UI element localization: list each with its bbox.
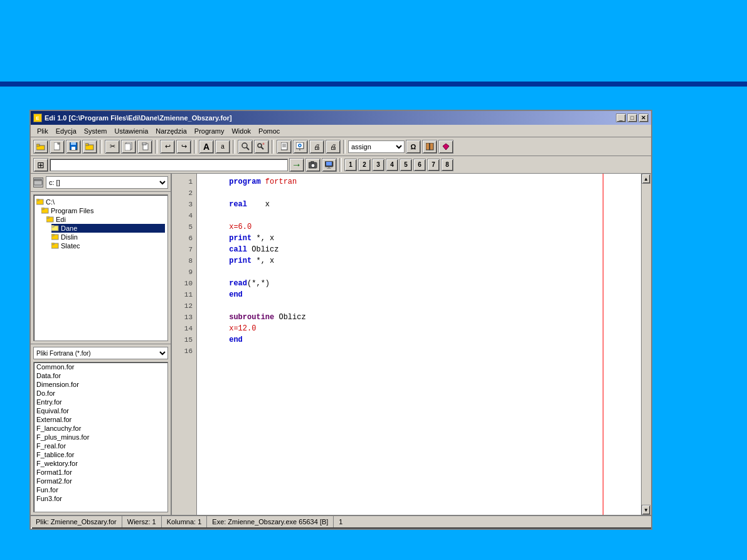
menu-ustawienia[interactable]: Ustawienia [110,126,152,136]
book-button[interactable] [422,140,437,154]
tree-item-dane[interactable]: Dane [51,224,165,233]
cut-button[interactable]: ✂ [105,140,120,154]
code-line-9 [202,267,636,278]
doc-button[interactable] [277,140,292,154]
save-button[interactable] [66,140,81,154]
file-item-fun3[interactable]: Fun3.for [34,494,167,503]
svg-rect-11 [142,142,146,145]
folder-tree: C:\ Program Files Edi Dane Dislin [33,194,168,341]
font-small-button[interactable]: a [215,140,230,154]
num-btn-7[interactable]: 7 [427,159,440,171]
file-item-fun[interactable]: Fun.for [34,485,167,494]
new-button[interactable] [50,140,65,154]
folder-button[interactable] [82,140,97,154]
file-item-format1[interactable]: Format1.for [34,468,167,477]
app-icon: E [33,114,42,122]
toolbar-separator-3 [194,140,196,154]
file-item-data[interactable]: Data.for [34,371,167,380]
left-panel: c: [] C:\ Program Files Edi D [31,174,172,515]
gem-button[interactable] [438,140,453,154]
grid-button[interactable]: ⊞ [33,158,48,172]
menu-bar: Plik Edycja System Ustawienia Narzędzia … [31,125,651,137]
num-btn-5[interactable]: 5 [400,159,412,171]
menu-system[interactable]: System [80,126,111,136]
file-item-common[interactable]: Common.for [34,362,167,371]
font-large-button[interactable]: A [199,140,214,154]
code-line-6: print *, x [202,233,636,244]
print-button[interactable]: 🖨 [309,140,324,154]
file-item-fwektory[interactable]: F_wektory.for [34,459,167,468]
svg-line-15 [262,147,264,150]
tree-item-c[interactable]: C:\ [36,198,165,206]
code-text-area[interactable]: program fortran real x x=6.0 print *, x … [197,174,641,515]
menu-programy[interactable]: Programy [191,126,228,136]
file-item-freal[interactable]: F_real.for [34,441,167,450]
file-item-ftablice[interactable]: F_tablice.for [34,450,167,459]
menu-widok[interactable]: Widok [228,126,255,136]
file-item-equival[interactable]: Equival.for [34,406,167,415]
svg-rect-40 [41,208,44,209]
scroll-track[interactable] [642,184,651,505]
assign-dropdown[interactable]: assign [348,140,405,153]
file-item-format2[interactable]: Format2.for [34,477,167,485]
menu-pomoc[interactable]: Pomoc [255,126,283,136]
num-btn-2[interactable]: 2 [358,159,371,171]
close-button[interactable]: ✕ [638,114,649,122]
screen-icon[interactable] [322,158,337,172]
title-bar-text: E Edi 1.0 [C:\Program Files\Edi\Dane\Zmi… [33,114,232,122]
go-button[interactable]: → [289,158,304,172]
num-btn-6[interactable]: 6 [413,159,426,171]
file-item-dimension[interactable]: Dimension.for [34,380,167,389]
paste-button[interactable] [137,140,152,154]
decorative-bar [0,82,747,87]
replace-button[interactable]: + [254,140,269,154]
preview-button[interactable] [293,140,308,154]
main-window: E Edi 1.0 [C:\Program Files\Edi\Dane\Zmi… [29,110,652,530]
code-line-4 [202,210,636,221]
svg-rect-5 [72,147,75,150]
svg-rect-46 [51,234,54,236]
scroll-down-button[interactable]: ▼ [642,505,650,515]
omega-button[interactable]: Ω [406,140,421,154]
tree-item-dislin[interactable]: Dislin [51,233,165,241]
file-item-fplusminus[interactable]: F_plus_minus.for [34,433,167,441]
find-button[interactable] [238,140,253,154]
svg-rect-21 [296,142,304,149]
file-item-entry[interactable]: Entry.for [34,398,167,406]
menu-narzedzia[interactable]: Narzędzia [152,126,191,136]
vertical-scrollbar[interactable]: ▲ ▼ [641,174,651,515]
print2-button[interactable]: 🖨 [326,140,341,154]
code-line-14: x=12.0 [202,323,636,334]
toolbar-separator-5 [272,140,274,154]
num-btn-3[interactable]: 3 [372,159,384,171]
tree-item-edi[interactable]: Edi [46,215,165,224]
scroll-up-button[interactable]: ▲ [642,174,650,184]
file-item-do[interactable]: Do.for [34,389,167,398]
svg-rect-32 [326,162,332,166]
file-item-external[interactable]: External.for [34,415,167,424]
minimize-button[interactable]: _ [616,114,626,122]
status-col: Kolumna: 1 [162,516,208,527]
code-line-8: print *, x [202,255,636,267]
file-type-dropdown[interactable]: Pliki Fortrana (*.for) [33,347,168,359]
tree-item-slatec[interactable]: Slatec [51,241,165,250]
cam-icon[interactable] [305,158,321,172]
svg-point-14 [258,144,262,147]
menu-plik[interactable]: Plik [33,126,52,136]
open-button[interactable] [33,140,48,154]
num-btn-1[interactable]: 1 [344,159,357,171]
num-btn-8[interactable]: 8 [441,159,453,171]
undo-button[interactable]: ↩ [160,140,175,154]
copy-button[interactable] [121,140,136,154]
command-input[interactable] [50,159,288,171]
maximize-button[interactable]: □ [627,114,637,122]
tree-item-programfiles[interactable]: Program Files [41,206,165,215]
title-bar: E Edi 1.0 [C:\Program Files\Edi\Dane\Zmi… [31,111,651,125]
status-row: Wiersz: 1 [122,516,162,527]
menu-edycja[interactable]: Edycja [52,126,80,136]
redo-button[interactable]: ↪ [176,140,191,154]
num-btn-4[interactable]: 4 [386,159,398,171]
code-line-5: x=6.0 [202,221,636,233]
file-item-flancuchy[interactable]: F_lancuchy.for [34,424,167,433]
drive-dropdown[interactable]: c: [] [46,176,168,189]
